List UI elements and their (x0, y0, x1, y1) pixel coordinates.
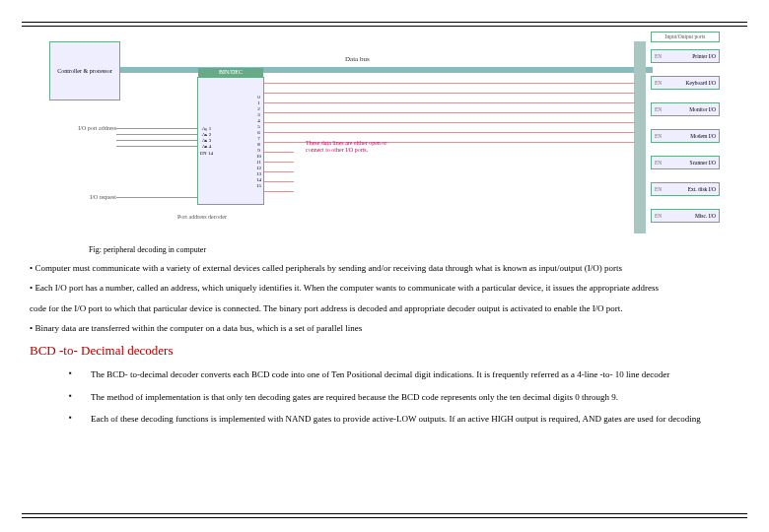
bindec-pin-right: 10 (256, 154, 261, 159)
io-device-block: ENMisc. I/O (651, 209, 720, 223)
bindec-pin-left: A₃ 4 (200, 144, 213, 149)
io-device-en: EN (655, 53, 662, 59)
io-device-block: ENScanner I/O (651, 156, 720, 169)
port-address-label: I/O port address (49, 125, 116, 131)
cpu-block: Controller & processor (49, 41, 120, 100)
bindec-pin-right: 1 (256, 100, 261, 105)
bindec-pin-right: 4 (256, 118, 261, 123)
io-device-name: Modem I/O (690, 133, 716, 139)
io-device-name: Scanner I/O (690, 160, 716, 166)
data-bus-label: Data bus (345, 55, 370, 63)
bcd-bullet-1: The BCD- to-decimal decoder converts eac… (69, 367, 751, 381)
paragraph-3: • Binary data are transferred within the… (30, 321, 751, 335)
bindec-pin-right: 0 (256, 95, 261, 100)
io-device-en: EN (655, 133, 662, 139)
io-device-name: Ext. disk I/O (688, 186, 716, 192)
peripheral-decoding-diagram: Controller & processor Data bus I/O port… (49, 32, 720, 238)
io-device-name: Misc. I/O (695, 213, 716, 219)
bindec-pin-right: 13 (256, 171, 261, 176)
paragraph-2b: code for the I/O port to which that part… (30, 301, 751, 315)
bindec-pin-right: 14 (256, 177, 261, 182)
bindec-pin-left: EN 14 (200, 151, 213, 156)
io-device-name: Keyboard I/O (686, 80, 716, 86)
bcd-bullet-3: Each of these decoding functions is impl… (69, 412, 751, 426)
data-lines-note: These data lines are either open or conn… (306, 140, 394, 153)
bindec-pin-left: A₀ 1 (200, 126, 213, 131)
bindec-pin-right: 5 (256, 124, 261, 129)
bindec-pin-left: A₁ 2 (200, 132, 213, 137)
bindec-pin-right: 9 (256, 148, 261, 153)
bindec-pin-right: 11 (256, 160, 261, 165)
bindec-pin-left: A₂ 3 (200, 138, 213, 143)
bcd-bullet-2: The method of implementation is that onl… (69, 390, 751, 404)
io-device-en: EN (655, 160, 662, 166)
port-decoder-label: Port address decoder (177, 214, 227, 220)
bin-dec-title: BIN/DEC (198, 68, 263, 77)
bindec-left-pins: A₀ 1A₁ 2A₂ 3A₃ 4 EN 14 (200, 126, 213, 156)
paragraph-1: • Computer must communicate with a varie… (30, 261, 751, 275)
bcd-heading: BCD -to- Decimal decoders (30, 341, 751, 362)
io-ports-header: Input/Output ports (651, 32, 720, 42)
bindec-right-pins: 0123456789101112131415 (256, 95, 261, 188)
io-device-block: ENPrinter I/O (651, 49, 720, 63)
bindec-pin-right: 15 (256, 183, 261, 188)
io-device-en: EN (655, 186, 662, 192)
io-device-name: Monitor I/O (689, 106, 716, 112)
bindec-pin-right: 2 (256, 106, 261, 111)
io-device-en: EN (655, 80, 662, 86)
io-device-en: EN (655, 213, 662, 219)
io-device-block: ENKeyboard I/O (651, 76, 720, 90)
io-device-block: ENModem I/O (651, 129, 720, 143)
bindec-pin-right: 7 (256, 136, 261, 141)
figure-caption: Fig: peripheral decoding in computer (89, 244, 751, 257)
io-device-name: Printer I/O (692, 53, 716, 59)
io-request-label: I/O request (49, 194, 116, 200)
io-device-block: ENExt. disk I/O (651, 182, 720, 196)
paragraph-2a: • Each I/O port has a number, called an … (30, 281, 751, 295)
bindec-pin-right: 3 (256, 112, 261, 117)
io-device-block: ENMonitor I/O (651, 102, 720, 116)
io-vertical-bus (634, 41, 646, 233)
bindec-pin-right: 12 (256, 166, 261, 170)
bindec-pin-right: 6 (256, 130, 261, 135)
io-device-en: EN (655, 106, 662, 112)
bin-dec-decoder-block: BIN/DEC A₀ 1A₁ 2A₂ 3A₃ 4 EN 14 012345678… (197, 77, 264, 205)
bindec-pin-right: 8 (256, 142, 261, 147)
